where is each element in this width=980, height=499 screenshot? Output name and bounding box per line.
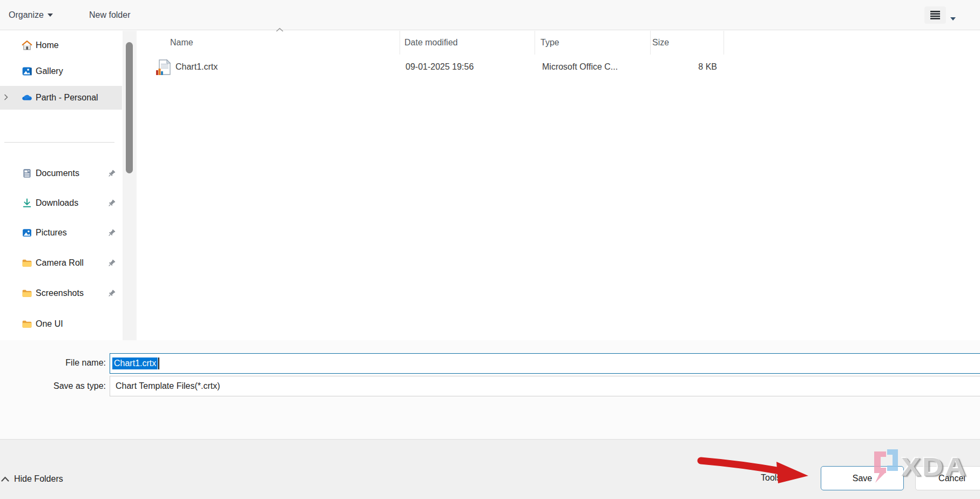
column-header-size[interactable]: Size	[652, 31, 669, 55]
sidebar-item-label: One UI	[36, 319, 63, 329]
pin-icon	[107, 259, 116, 268]
column-divider[interactable]	[400, 31, 400, 55]
sidebar-item-screenshots[interactable]: Screenshots	[0, 281, 122, 305]
sidebar-item-downloads[interactable]: Downloads	[0, 191, 122, 215]
column-header-type[interactable]: Type	[540, 31, 559, 55]
save-label: Save	[853, 474, 872, 483]
sort-ascending-icon	[275, 27, 284, 32]
folder-icon	[22, 319, 32, 329]
sidebar-item-label: Downloads	[36, 198, 78, 208]
column-divider[interactable]	[650, 31, 651, 55]
sidebar-item-label: Pictures	[36, 228, 67, 238]
sidebar-scrollbar[interactable]	[123, 31, 137, 340]
hide-folders-label: Hide Folders	[14, 474, 63, 484]
column-label: Name	[170, 38, 193, 48]
sidebar-item-one-ui[interactable]: One UI	[0, 312, 122, 336]
pin-icon	[107, 169, 116, 178]
cancel-button[interactable]: Cancel	[915, 466, 980, 490]
folder-icon	[22, 288, 32, 299]
scrollbar-thumb[interactable]	[126, 42, 133, 173]
column-label: Type	[540, 38, 559, 48]
sidebar-item-label: Gallery	[36, 66, 63, 76]
sidebar-item-home[interactable]: Home	[0, 33, 122, 57]
file-name-selected-text: Chart1.crtx	[112, 358, 158, 369]
sidebar-item-camera-roll[interactable]: Camera Roll	[0, 251, 122, 275]
column-divider[interactable]	[724, 31, 724, 55]
text-cursor	[158, 358, 159, 369]
column-divider[interactable]	[535, 31, 535, 55]
new-folder-label: New folder	[89, 10, 130, 20]
save-as-type-select[interactable]: Chart Template Files(*.crtx)	[110, 376, 980, 396]
chevron-up-icon	[1, 476, 9, 482]
sidebar-item-label: Parth - Personal	[36, 93, 98, 103]
chevron-right-icon[interactable]	[3, 94, 9, 100]
pictures-icon	[22, 227, 32, 238]
documents-icon	[22, 168, 32, 179]
pin-icon	[107, 199, 116, 208]
file-name-input[interactable]: Chart1.crtx	[110, 353, 980, 374]
sidebar-separator	[4, 142, 114, 143]
file-list-pane: Name Date modified Type Size Chart1.crtx…	[138, 31, 980, 340]
sidebar-item-documents[interactable]: Documents	[0, 161, 122, 185]
save-button[interactable]: Save	[821, 466, 904, 490]
chevron-down-icon	[48, 14, 53, 17]
gallery-icon	[22, 66, 32, 77]
view-mode-button[interactable]	[924, 6, 946, 24]
cell-date-modified: 09-01-2025 19:56	[405, 55, 474, 79]
downloads-icon	[22, 198, 32, 208]
sidebar-item-gallery[interactable]: Gallery	[0, 59, 122, 83]
sidebar-item-onedrive-parth-personal[interactable]: Parth - Personal	[0, 86, 122, 110]
pin-icon	[107, 228, 116, 238]
dialog-footer: Hide Folders Tools Save Cancel	[0, 439, 980, 499]
sidebar-item-label: Camera Roll	[36, 258, 84, 268]
folder-icon	[22, 258, 32, 268]
save-as-type-label: Save as type:	[32, 381, 106, 391]
view-options-dropdown[interactable]	[950, 13, 956, 23]
file-row-chart1[interactable]: Chart1.crtx 09-01-2025 19:56 Microsoft O…	[138, 55, 732, 79]
sidebar-item-label: Documents	[36, 168, 79, 178]
save-as-type-value: Chart Template Files(*.crtx)	[116, 381, 220, 391]
sidebar-item-label: Home	[36, 41, 59, 50]
new-folder-button[interactable]: New folder	[89, 0, 130, 30]
pin-icon	[107, 289, 116, 298]
chart-template-file-icon	[156, 59, 172, 76]
file-name-label: File name:	[32, 358, 106, 368]
home-icon	[22, 40, 32, 51]
tools-button[interactable]: Tools	[761, 473, 791, 483]
file-fields-section: File name: Chart1.crtx Save as type: Cha…	[0, 340, 980, 439]
onedrive-icon	[22, 92, 32, 103]
sidebar-item-pictures[interactable]: Pictures	[0, 221, 122, 245]
cancel-label: Cancel	[938, 474, 965, 483]
sidebar-item-label: Screenshots	[36, 288, 84, 298]
organize-label: Organize	[9, 10, 44, 20]
tools-label: Tools	[761, 473, 781, 483]
chevron-down-icon	[950, 17, 956, 21]
column-label: Date modified	[404, 38, 458, 48]
column-label: Size	[652, 38, 669, 48]
cell-name: Chart1.crtx	[175, 55, 218, 79]
column-header-name[interactable]: Name	[170, 31, 193, 55]
column-header-date-modified[interactable]: Date modified	[404, 31, 458, 55]
chevron-down-icon	[786, 476, 791, 480]
hide-folders-button[interactable]: Hide Folders	[1, 471, 63, 487]
cell-type: Microsoft Office C...	[542, 55, 618, 79]
navigation-pane: Home Gallery Parth - Personal Do	[0, 31, 122, 340]
organize-button[interactable]: Organize	[9, 0, 53, 30]
cell-size: 8 KB	[650, 55, 720, 79]
dialog-toolbar: Organize New folder	[0, 0, 980, 30]
list-view-icon	[929, 10, 941, 20]
